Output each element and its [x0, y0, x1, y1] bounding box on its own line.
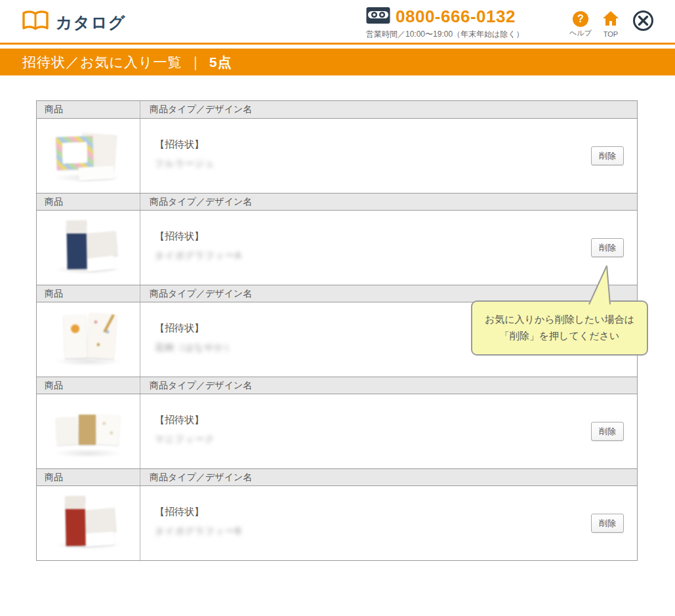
design-name-blurred: マニフィーク [155, 434, 215, 445]
business-hours: 営業時間／10:00〜19:00（年末年始は除く） [366, 29, 530, 40]
product-image-cell [37, 486, 140, 560]
product-type-label: 【招待状】 [155, 322, 204, 335]
design-name-blurred: タイポグラフィーB [155, 525, 242, 537]
card-shape [78, 165, 114, 180]
card-shape [55, 417, 77, 445]
help-icon: ? [573, 11, 588, 27]
product-type-label: 【招待状】 [155, 138, 204, 151]
card-shape [63, 314, 87, 358]
delete-button[interactable]: 削除 [591, 422, 624, 441]
group-header: 商品 商品タイプ／デザイン名 [37, 193, 637, 211]
book-icon [22, 9, 49, 35]
design-name-blurred: フルラージュ [155, 158, 215, 170]
card-shape [96, 414, 119, 445]
card-shape [84, 230, 117, 258]
delete-button[interactable]: 削除 [591, 238, 624, 257]
product-image[interactable] [47, 216, 130, 279]
close-icon [632, 22, 654, 33]
table-row: 【招待状】 タイポグラフィーA 削除 [37, 211, 637, 285]
table-row: 【招待状】 タイポグラフィーB 削除 [37, 486, 637, 560]
card-shape [86, 255, 115, 271]
col-header-type-design: 商品タイプ／デザイン名 [140, 285, 637, 302]
title-separator: ｜ [188, 53, 203, 72]
col-header-type-design: 商品タイプ／デザイン名 [140, 194, 637, 210]
catalog-favorites-page: カタログ 0800-666-0132 営業時間／10:00〜19:00（年末年始… [0, 0, 675, 616]
product-image-cell [37, 394, 140, 468]
product-image[interactable] [47, 125, 130, 188]
col-header-product: 商品 [37, 285, 140, 302]
tooltip-line2: 「削除」を押してください [500, 330, 619, 342]
product-detail-cell: 【招待状】 フルラージュ 削除 [140, 119, 637, 193]
logo-label: カタログ [56, 12, 125, 33]
delete-help-tooltip: お気に入りから削除したい場合は 「削除」を押してください [471, 300, 648, 356]
help-button[interactable]: ? ヘルプ [567, 11, 594, 38]
col-header-product: 商品 [37, 194, 140, 210]
product-image-cell [37, 119, 140, 193]
delete-button[interactable]: 削除 [591, 146, 624, 165]
close-button[interactable] [632, 10, 654, 32]
group-header: 商品 商品タイプ／デザイン名 [37, 101, 637, 119]
product-type-label: 【招待状】 [155, 414, 204, 426]
delete-button[interactable]: 削除 [591, 514, 624, 533]
top-label: TOP [597, 30, 624, 38]
col-header-type-design: 商品タイプ／デザイン名 [140, 469, 637, 485]
top-button[interactable]: TOP [597, 10, 624, 38]
freedial-icon [366, 7, 390, 27]
favorite-item-group: 商品 商品タイプ／デザイン名 【招待状】 タイポグラフィーA 削除 [37, 193, 637, 285]
page-title-bar: 招待状／お気に入り一覧 ｜ 5点 [0, 49, 675, 75]
phone-number: 0800-666-0132 [396, 7, 516, 27]
header: カタログ 0800-666-0132 営業時間／10:00〜19:00（年末年始… [0, 0, 675, 45]
favorite-item-group: 商品 商品タイプ／デザイン名 【招待状】 フルラージュ 削除 [37, 101, 637, 193]
product-image-cell [37, 211, 140, 285]
card-shape [56, 136, 94, 170]
design-name-blurred: 花柄（はなやか） [155, 342, 234, 354]
design-name-blurred: タイポグラフィーA [155, 250, 242, 262]
product-image[interactable] [47, 492, 130, 555]
product-detail-cell: 【招待状】 マニフィーク 削除 [140, 394, 637, 468]
favorites-count: 5点 [209, 53, 232, 72]
tooltip-line1: お気に入りから削除したい場合は [485, 314, 634, 326]
favorite-item-group: 商品 商品タイプ／デザイン名 【招待状】 タイポグラフィーB 削除 [37, 468, 637, 560]
product-type-label: 【招待状】 [155, 230, 204, 243]
group-header: 商品 商品タイプ／デザイン名 [37, 285, 637, 302]
phone-block: 0800-666-0132 営業時間／10:00〜19:00（年末年始は除く） [366, 7, 530, 40]
help-label: ヘルプ [567, 28, 594, 38]
tooltip-tail-pointer [586, 264, 615, 308]
col-header-type-design: 商品タイプ／デザイン名 [140, 101, 637, 118]
favorite-item-group: 商品 商品タイプ／デザイン名 【招待状】 マニフィーク 削除 [37, 377, 637, 468]
product-type-label: 【招待状】 [155, 506, 204, 518]
col-header-product: 商品 [37, 469, 140, 485]
card-shape [83, 507, 116, 533]
logo[interactable]: カタログ [22, 9, 125, 35]
col-header-type-design: 商品タイプ／デザイン名 [140, 377, 637, 394]
product-detail-cell: 【招待状】 タイポグラフィーB 削除 [140, 486, 637, 560]
page-title: 招待状／お気に入り一覧 [22, 53, 182, 72]
table-row: 【招待状】 マニフィーク 削除 [37, 394, 637, 468]
product-image-cell [37, 302, 140, 377]
product-detail-cell: 【招待状】 タイポグラフィーA 削除 [140, 211, 637, 285]
table-row: 【招待状】 フルラージュ 削除 [37, 119, 637, 193]
group-header: 商品 商品タイプ／デザイン名 [37, 377, 637, 394]
card-shape [66, 220, 87, 269]
product-image[interactable] [47, 400, 130, 463]
card-shape [79, 415, 96, 445]
product-image[interactable] [47, 308, 130, 371]
col-header-product: 商品 [37, 101, 140, 118]
home-icon [602, 17, 619, 28]
group-header: 商品 商品タイプ／デザイン名 [37, 468, 637, 486]
col-header-product: 商品 [37, 377, 140, 394]
card-shape [65, 495, 85, 546]
